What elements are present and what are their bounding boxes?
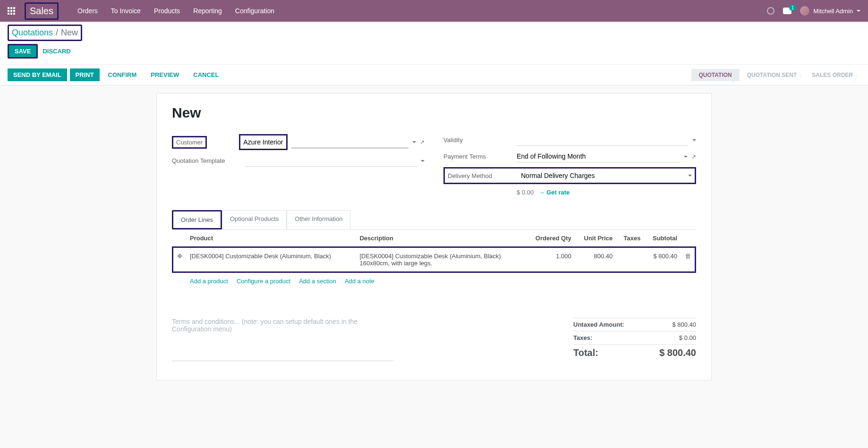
top-nav: Sales Orders To Invoice Products Reporti… xyxy=(0,0,868,22)
table-row[interactable]: ✥ [DESK0004] Customizable Desk (Aluminiu… xyxy=(173,247,696,272)
terms-input[interactable]: Terms and conditions... (note: you can s… xyxy=(172,318,394,361)
rate-value: $ 0.00 xyxy=(517,189,534,196)
status-bar: QUOTATION QUOTATION SENT SALES ORDER xyxy=(691,69,860,81)
drag-handle-icon[interactable]: ✥ xyxy=(177,253,182,260)
breadcrumb-sep: / xyxy=(56,28,58,38)
save-button[interactable]: SAVE xyxy=(8,44,38,59)
cell-description[interactable]: [DESK0004] Customizable Desk (Aluminium,… xyxy=(356,247,525,272)
col-qty: Ordered Qty xyxy=(526,230,575,247)
cell-subtotal: $ 800.40 xyxy=(644,247,681,272)
add-note-link[interactable]: Add a note xyxy=(345,278,374,285)
get-rate-link[interactable]: → Get rate xyxy=(538,189,570,196)
nav-orders[interactable]: Orders xyxy=(77,7,98,15)
nav-products[interactable]: Products xyxy=(154,7,180,15)
action-bar: SEND BY EMAIL PRINT CONFIRM PREVIEW CANC… xyxy=(0,65,868,85)
nav-configuration[interactable]: Configuration xyxy=(235,7,274,15)
delivery-method-input[interactable] xyxy=(521,170,684,181)
cell-product[interactable]: [DESK0004] Customizable Desk (Aluminium,… xyxy=(186,247,356,272)
totals: Untaxed Amount: $ 800.40 Taxes: $ 0.00 T… xyxy=(573,318,696,361)
label-payment-terms: Payment Terms xyxy=(443,153,517,160)
col-taxes: Taxes xyxy=(616,230,644,247)
tab-optional-products[interactable]: Optional Products xyxy=(222,210,287,229)
clock-icon[interactable] xyxy=(767,7,774,15)
form-sheet: New Customer ↗ Quotation Template xyxy=(156,93,712,380)
breadcrumb-link[interactable]: Quotations xyxy=(12,28,53,38)
col-subtotal: Subtotal xyxy=(644,230,681,247)
control-area: Quotations / New SAVE DISCARD xyxy=(0,22,868,65)
chevron-down-icon[interactable] xyxy=(688,175,692,178)
cancel-button[interactable]: CANCEL xyxy=(187,68,224,81)
cell-taxes[interactable] xyxy=(616,247,644,272)
tabs: Order Lines Optional Products Other Info… xyxy=(172,210,696,230)
label-quotation-template: Quotation Template xyxy=(172,157,245,164)
label-validity: Validity xyxy=(443,136,517,144)
nav-to-invoice[interactable]: To Invoice xyxy=(111,7,141,15)
user-menu[interactable]: Mitchell Admin xyxy=(800,6,860,16)
discard-button[interactable]: DISCARD xyxy=(43,48,70,55)
customer-input-ext[interactable] xyxy=(291,136,408,148)
payment-terms-input[interactable] xyxy=(517,151,680,162)
nav-reporting[interactable]: Reporting xyxy=(193,7,222,15)
untaxed-label: Untaxed Amount: xyxy=(573,321,624,328)
col-unit-price: Unit Price xyxy=(575,230,616,247)
total-label: Total: xyxy=(573,347,598,358)
add-section-link[interactable]: Add a section xyxy=(299,278,336,285)
send-by-email-button[interactable]: SEND BY EMAIL xyxy=(8,68,67,81)
trash-icon[interactable]: 🗑 xyxy=(685,253,691,260)
customer-input[interactable] xyxy=(243,136,283,148)
app-brand[interactable]: Sales xyxy=(25,2,59,20)
chevron-down-icon[interactable] xyxy=(692,139,696,143)
external-link-icon[interactable]: ↗ xyxy=(691,153,696,160)
customer-input-box xyxy=(239,134,288,150)
external-link-icon[interactable]: ↗ xyxy=(420,139,425,145)
tab-order-lines[interactable]: Order Lines xyxy=(172,210,222,229)
topnav-menu: Orders To Invoice Products Reporting Con… xyxy=(77,7,274,15)
chat-icon[interactable]: 1 xyxy=(783,8,791,14)
taxes-value: $ 0.00 xyxy=(679,334,696,341)
avatar xyxy=(800,6,809,16)
chevron-down-icon[interactable] xyxy=(412,141,416,145)
status-quotation-sent[interactable]: QUOTATION SENT xyxy=(740,69,805,81)
user-name: Mitchell Admin xyxy=(813,8,853,15)
label-customer: Customer xyxy=(172,136,207,149)
add-product-link[interactable]: Add a product xyxy=(190,278,228,285)
quotation-template-input[interactable] xyxy=(245,155,417,167)
breadcrumb-current: New xyxy=(61,28,78,38)
col-description: Description xyxy=(356,230,525,247)
confirm-button[interactable]: CONFIRM xyxy=(102,68,143,81)
order-lines-table: Product Description Ordered Qty Unit Pri… xyxy=(172,230,696,289)
apps-icon[interactable] xyxy=(8,7,15,15)
chevron-down-icon[interactable] xyxy=(421,160,425,164)
configure-product-link[interactable]: Configure a product xyxy=(237,278,290,285)
page-title: New xyxy=(172,105,696,121)
col-product: Product xyxy=(186,230,356,247)
preview-button[interactable]: PREVIEW xyxy=(145,68,185,81)
label-delivery-method: Delivery Method xyxy=(448,172,521,179)
tab-other-information[interactable]: Other Information xyxy=(287,210,350,229)
status-sales-order[interactable]: SALES ORDER xyxy=(804,69,860,81)
untaxed-value: $ 800.40 xyxy=(672,321,696,328)
chevron-down-icon[interactable] xyxy=(684,156,688,160)
total-value: $ 800.40 xyxy=(659,347,696,358)
cell-qty[interactable]: 1.000 xyxy=(526,247,575,272)
breadcrumb: Quotations / New xyxy=(8,25,82,41)
chevron-down-icon xyxy=(857,10,860,14)
status-quotation[interactable]: QUOTATION xyxy=(691,69,740,81)
chat-badge: 1 xyxy=(789,5,797,11)
validity-input[interactable] xyxy=(517,134,689,146)
taxes-label: Taxes: xyxy=(573,334,592,341)
print-button[interactable]: PRINT xyxy=(70,68,100,81)
cell-unit-price[interactable]: 800.40 xyxy=(575,247,616,272)
